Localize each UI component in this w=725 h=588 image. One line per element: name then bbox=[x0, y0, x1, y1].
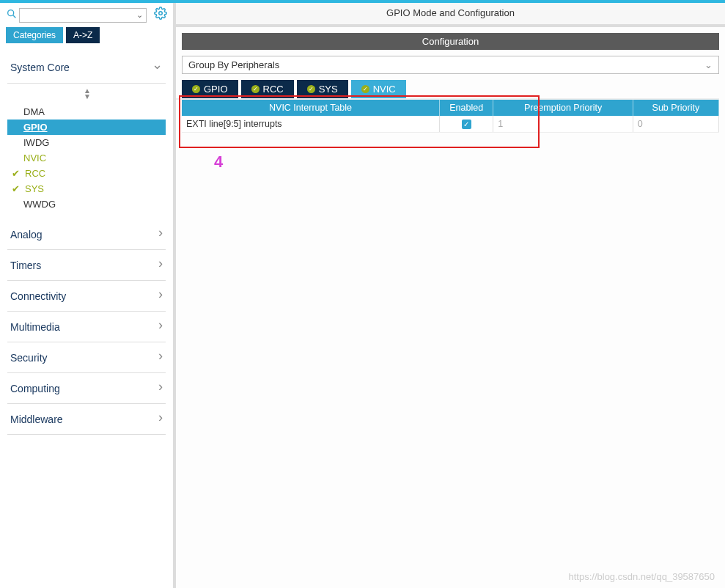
periph-tab-nvic[interactable]: ✓ NVIC bbox=[351, 80, 406, 98]
check-icon: ✔ bbox=[12, 183, 22, 194]
search-icon bbox=[6, 8, 18, 23]
check-icon: ✔ bbox=[12, 168, 22, 179]
tree-item-dma[interactable]: DMA bbox=[7, 104, 166, 120]
periph-tab-sys[interactable]: ✓ SYS bbox=[297, 80, 348, 98]
configuration-header: Configuration bbox=[182, 33, 719, 50]
periph-tab-label: RCC bbox=[263, 84, 284, 95]
tree-item-label: RCC bbox=[25, 168, 45, 179]
main-panel: GPIO Mode and Configuration Configuratio… bbox=[176, 3, 725, 588]
col-enabled[interactable]: Enabled bbox=[440, 100, 493, 116]
gear-icon[interactable] bbox=[154, 7, 167, 23]
interrupt-table: NVIC Interrupt Table Enabled Preemption … bbox=[182, 100, 719, 133]
chevron-right-icon bbox=[158, 288, 163, 304]
table-row[interactable]: EXTI line[9:5] interrupts ✓ 1 0 bbox=[182, 116, 719, 133]
category-label: Analog bbox=[10, 229, 43, 240]
category-connectivity[interactable]: Connectivity bbox=[7, 281, 166, 312]
category-security[interactable]: Security bbox=[7, 342, 166, 373]
tree-item-gpio[interactable]: GPIO bbox=[7, 120, 166, 135]
sidebar: ⌄ Categories A->Z System Core ▲▼ DMA GPI… bbox=[0, 3, 176, 588]
category-timers[interactable]: Timers bbox=[7, 250, 166, 281]
periph-tab-label: NVIC bbox=[373, 84, 396, 95]
tree-item-wwdg[interactable]: WWDG bbox=[7, 196, 166, 212]
category-middleware[interactable]: Middleware bbox=[7, 404, 166, 435]
category-label: Middleware bbox=[10, 414, 63, 425]
category-computing[interactable]: Computing bbox=[7, 373, 166, 404]
group-by-select[interactable]: Group By Peripherals ⌄ bbox=[182, 56, 719, 74]
cell-preempt[interactable]: 1 bbox=[493, 116, 633, 133]
category-multimedia[interactable]: Multimedia bbox=[7, 312, 166, 342]
svg-point-0 bbox=[8, 10, 14, 15]
chevron-down-icon bbox=[152, 59, 163, 76]
chevron-right-icon bbox=[158, 411, 163, 427]
tree-item-sys[interactable]: ✔SYS bbox=[7, 181, 166, 196]
status-dot-icon: ✓ bbox=[361, 85, 369, 93]
annotation-number: 4 bbox=[214, 152, 223, 172]
cell-name: EXTI line[9:5] interrupts bbox=[182, 116, 440, 133]
category-label: System Core bbox=[10, 62, 70, 73]
periph-tab-label: GPIO bbox=[204, 84, 228, 95]
periph-tab-rcc[interactable]: ✓ RCC bbox=[241, 80, 294, 98]
tree-item-label: DMA bbox=[23, 106, 45, 117]
sort-icon[interactable]: ▲▼ bbox=[7, 87, 166, 104]
svg-line-1 bbox=[13, 15, 15, 18]
category-label: Computing bbox=[10, 383, 60, 394]
chevron-right-icon bbox=[158, 381, 163, 396]
checkbox-checked-icon[interactable]: ✓ bbox=[462, 120, 471, 129]
status-dot-icon: ✓ bbox=[192, 85, 200, 93]
cell-subprio[interactable]: 0 bbox=[633, 116, 718, 133]
watermark: https://blog.csdn.net/qq_39587650 bbox=[569, 571, 715, 582]
status-dot-icon: ✓ bbox=[307, 85, 315, 93]
category-analog[interactable]: Analog bbox=[7, 219, 166, 250]
category-label: Timers bbox=[10, 260, 41, 271]
page-title: GPIO Mode and Configuration bbox=[176, 3, 725, 27]
tree-item-label: GPIO bbox=[23, 122, 48, 133]
search-select[interactable]: ⌄ bbox=[19, 8, 147, 23]
col-preempt[interactable]: Preemption Priority bbox=[493, 100, 633, 116]
tree-item-nvic[interactable]: NVIC bbox=[7, 150, 166, 166]
chevron-right-icon bbox=[158, 257, 163, 273]
chevron-right-icon bbox=[158, 227, 163, 242]
category-label: Security bbox=[10, 352, 48, 364]
col-nvic[interactable]: NVIC Interrupt Table bbox=[182, 100, 440, 116]
tree-item-label: IWDG bbox=[23, 137, 49, 148]
cell-enabled[interactable]: ✓ bbox=[440, 116, 493, 133]
tree-item-label: NVIC bbox=[23, 152, 46, 163]
tree-item-iwdg[interactable]: IWDG bbox=[7, 135, 166, 150]
tree-item-label: WWDG bbox=[23, 199, 56, 210]
tab-az[interactable]: A->Z bbox=[66, 27, 100, 43]
category-system-core[interactable]: System Core bbox=[7, 52, 166, 84]
category-label: Connectivity bbox=[10, 290, 66, 302]
svg-point-2 bbox=[159, 12, 163, 15]
tree-item-rcc[interactable]: ✔RCC bbox=[7, 166, 166, 181]
periph-tab-gpio[interactable]: ✓ GPIO bbox=[182, 80, 238, 98]
col-subprio[interactable]: Sub Priority bbox=[633, 100, 718, 116]
chevron-down-icon: ⌄ bbox=[136, 10, 143, 20]
chevron-right-icon bbox=[158, 319, 163, 334]
category-label: Multimedia bbox=[10, 321, 60, 333]
group-by-value: Group By Peripherals bbox=[188, 59, 279, 70]
tree-item-label: SYS bbox=[25, 183, 44, 194]
status-dot-icon: ✓ bbox=[251, 85, 260, 93]
tab-categories[interactable]: Categories bbox=[6, 27, 63, 43]
chevron-right-icon bbox=[158, 350, 163, 365]
chevron-down-icon: ⌄ bbox=[704, 59, 713, 70]
periph-tab-label: SYS bbox=[319, 84, 338, 95]
